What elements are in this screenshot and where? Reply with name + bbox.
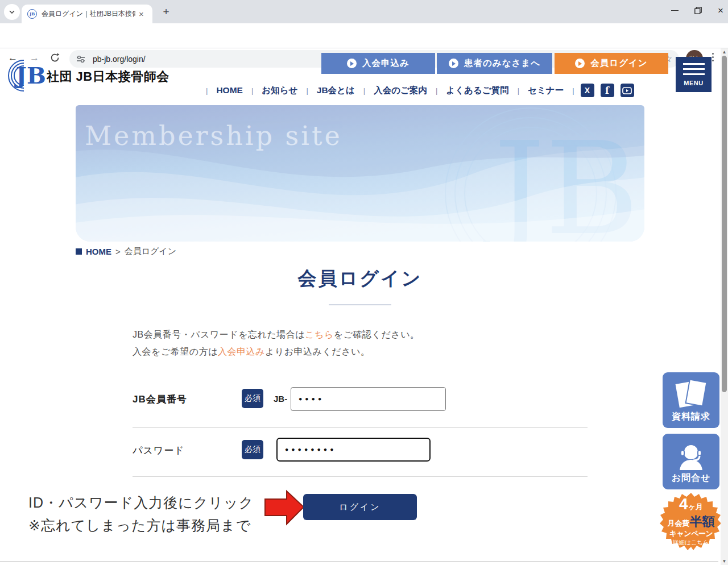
password-input[interactable]: [276, 438, 431, 462]
hamburger-bar-icon: [683, 68, 705, 70]
main-nav: | HOME | お知らせ | JB会とは | 入会のご案内 | よくあるご質問…: [206, 83, 634, 98]
campaign-play-icon: ▶: [689, 547, 693, 553]
site-favicon-icon: JB: [27, 9, 37, 19]
nav-item-admission[interactable]: 入会のご案内: [365, 85, 436, 97]
chevron-down-icon: [9, 10, 15, 14]
annotation-line-1: ID・パスワード入力後にクリック: [28, 493, 254, 512]
browser-toolbar: ← → pb-jb.org/login/ ☆ 崇史: [0, 23, 728, 48]
jb-logo[interactable]: JB: [7, 56, 46, 95]
youtube-icon[interactable]: [621, 84, 634, 97]
member-number-prefix: JB-: [274, 394, 287, 404]
apply-link[interactable]: 入会申込み: [218, 347, 265, 356]
member-number-label: JB会員番号: [133, 393, 187, 406]
campaign-months-number: 4: [679, 495, 688, 513]
red-arrow-annotation-icon: [264, 489, 306, 526]
campaign-months-unit: ヶ月: [688, 502, 703, 511]
x-twitter-icon[interactable]: X: [581, 84, 594, 97]
window-restore-icon[interactable]: [694, 7, 702, 14]
campaign-badge[interactable]: 4ヶ月 月会費半額 キャンペーン 詳細はこちら ▶: [660, 491, 722, 556]
hero-watermark-text: Membership site: [85, 121, 342, 151]
hamburger-bar-icon: [683, 73, 705, 75]
form-divider: [133, 427, 588, 428]
breadcrumb-current: 会員ログイン: [125, 246, 176, 257]
window-close-icon[interactable]: ×: [718, 6, 723, 15]
scroll-down-icon[interactable]: ▼: [721, 559, 728, 564]
cta-member-login-button[interactable]: 会員ログイン: [555, 53, 668, 74]
nav-item-news[interactable]: お知らせ: [253, 85, 306, 97]
campaign-word: キャンペーン: [669, 529, 713, 538]
page-title: 会員ログイン: [76, 266, 644, 292]
page-scrollbar[interactable]: ▲ ▼: [721, 48, 728, 565]
tab-strip: JB 会員ログイン｜社団JB日本接骨師 × + ×: [0, 0, 728, 23]
hamburger-menu-button[interactable]: MENU: [676, 57, 712, 92]
jb-logo-letters: JB: [14, 62, 46, 89]
contact-button[interactable]: お問合せ: [663, 434, 719, 489]
campaign-half-price: 半額: [690, 514, 715, 529]
cta-patients-button[interactable]: 患者のみなさまへ: [437, 53, 552, 74]
nav-item-home[interactable]: HOME: [208, 85, 251, 95]
facebook-icon[interactable]: f: [601, 84, 614, 97]
document-request-button[interactable]: 資料請求: [663, 372, 719, 428]
browser-tab[interactable]: JB 会員ログイン｜社団JB日本接骨師 ×: [22, 5, 152, 23]
intro-line-1: JB会員番号・パスワードを忘れた場合はこちらをご確認ください。: [133, 326, 420, 343]
operator-headset-icon: [673, 439, 709, 472]
nav-item-faq[interactable]: よくあるご質問: [437, 85, 517, 97]
play-circle-icon: [449, 59, 458, 68]
hero-banner: JB Membership site: [76, 105, 644, 242]
breadcrumb-square-icon: [76, 248, 82, 255]
breadcrumb-separator: >: [115, 247, 121, 256]
play-circle-icon: [575, 59, 585, 68]
new-tab-button[interactable]: +: [159, 5, 173, 19]
password-label: パスワード: [133, 444, 185, 457]
tab-search-button[interactable]: [4, 4, 20, 20]
tab-title: 会員ログイン｜社団JB日本接骨師: [42, 9, 135, 19]
browser-window: JB 会員ログイン｜社団JB日本接骨師 × + × ← → pb-jb.org/…: [0, 0, 728, 565]
required-badge: 必須: [242, 389, 263, 408]
campaign-details-link: 詳細はこちら: [673, 539, 709, 546]
nav-item-seminar[interactable]: セミナー: [519, 85, 572, 97]
documents-icon: [673, 378, 709, 411]
scrollbar-thumb[interactable]: [722, 56, 727, 392]
intro-line-2: 入会をご希望の方は入会申込みよりお申込みください。: [133, 343, 420, 360]
required-badge: 必須: [242, 440, 263, 459]
cta-join-button[interactable]: 入会申込み: [321, 53, 435, 74]
breadcrumb-home-link[interactable]: HOME: [86, 247, 111, 256]
page-bottom-divider: [0, 561, 718, 562]
form-divider: [133, 476, 588, 477]
scroll-up-icon[interactable]: ▲: [721, 49, 728, 55]
site-info-icon[interactable]: [76, 55, 86, 63]
browser-menu-icon[interactable]: [712, 53, 714, 61]
org-name: 社団 JB日本接骨師会: [47, 68, 169, 85]
play-circle-icon: [347, 59, 357, 68]
forgot-link[interactable]: こちら: [305, 330, 334, 339]
breadcrumb: HOME > 会員ログイン: [76, 246, 176, 257]
tab-close-icon[interactable]: ×: [139, 10, 144, 18]
campaign-fee: 月会費: [668, 519, 690, 527]
hamburger-bar-icon: [683, 63, 705, 65]
nav-item-about[interactable]: JB会とは: [308, 85, 363, 97]
title-underline: [329, 305, 391, 305]
reload-icon[interactable]: [50, 53, 60, 63]
nav-divider: |: [572, 86, 574, 95]
window-minimize-icon[interactable]: [671, 10, 679, 11]
annotation-line-2: ※忘れてしまった方は事務局まで: [28, 516, 251, 535]
intro-text: JB会員番号・パスワードを忘れた場合はこちらをご確認ください。 入会をご希望の方…: [133, 326, 420, 360]
login-button[interactable]: ログイン: [303, 494, 417, 520]
member-number-input[interactable]: [291, 387, 446, 411]
